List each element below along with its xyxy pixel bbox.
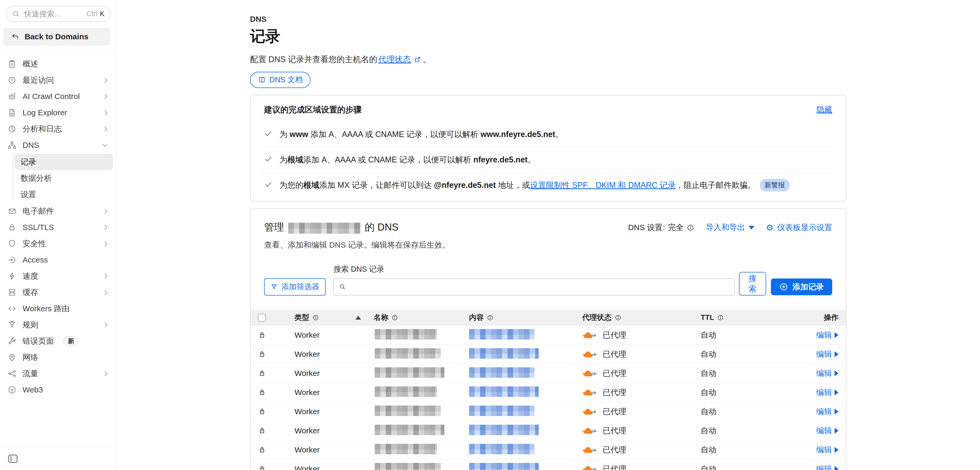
document-icon bbox=[7, 108, 17, 118]
chevron-right-icon bbox=[102, 127, 107, 131]
sidebar-item-dns-analytics[interactable]: 数据分析 bbox=[15, 170, 113, 186]
proxy-status-link[interactable]: 代理状态 bbox=[379, 54, 411, 65]
back-to-domains-button[interactable]: Back to Domains bbox=[3, 28, 110, 46]
main-area: DNS 记录 配置 DNS 记录并查看您的主机名的代理状态。 DNS 文档 建议… bbox=[116, 0, 980, 470]
sidebar-item-cache[interactable]: 缓存 bbox=[3, 284, 113, 300]
info-icon[interactable] bbox=[717, 314, 724, 321]
chevron-down-icon bbox=[749, 226, 754, 230]
checklist-title: 建议的完成区域设置的步骤 bbox=[264, 104, 362, 115]
edit-record-button[interactable]: 编辑 bbox=[816, 464, 838, 470]
add-filter-button[interactable]: 添加筛选器 bbox=[264, 278, 326, 295]
lock-icon bbox=[258, 407, 287, 416]
code-brackets-icon bbox=[7, 304, 17, 313]
column-header-content[interactable]: 内容 bbox=[468, 313, 582, 322]
record-ttl: 自动 bbox=[701, 330, 800, 341]
lock-icon bbox=[258, 331, 287, 339]
info-icon[interactable] bbox=[487, 314, 493, 321]
sidebar-footer bbox=[0, 447, 116, 470]
sidebar-item-overview[interactable]: 概述 bbox=[3, 56, 113, 72]
setup-checklist-card: 建议的完成区域设置的步骤 隐藏 为 www 添加 A、AAAA 或 CNAME … bbox=[250, 95, 846, 202]
sidebar-item-access[interactable]: Access bbox=[3, 252, 113, 268]
sidebar-item-rules[interactable]: 规则 bbox=[3, 317, 113, 333]
quick-search-input[interactable] bbox=[24, 10, 82, 18]
column-header-name[interactable]: 名称 bbox=[355, 313, 468, 322]
dns-search-input[interactable] bbox=[350, 283, 729, 291]
redacted-record-name bbox=[375, 329, 437, 340]
sidebar-item-speed[interactable]: 速度 bbox=[3, 268, 113, 284]
redacted-record-content bbox=[469, 367, 535, 378]
quick-search[interactable]: Ctrl K bbox=[6, 6, 111, 22]
hide-checklist-link[interactable]: 隐藏 bbox=[816, 104, 832, 115]
checkmark-icon bbox=[264, 155, 272, 163]
import-export-menu[interactable]: 导入和导出 bbox=[706, 222, 754, 233]
column-header-ttl[interactable]: TTL bbox=[701, 313, 800, 322]
back-to-domains-label: Back to Domains bbox=[25, 32, 88, 41]
table-row: Worker已代理自动编辑 bbox=[250, 459, 846, 470]
sidebar-item-recent[interactable]: 最近访问 bbox=[3, 72, 113, 88]
search-button[interactable]: 搜索 bbox=[739, 272, 766, 295]
sidebar-item-network[interactable]: 网络 bbox=[3, 349, 113, 365]
record-type: Worker bbox=[287, 465, 355, 470]
sidebar-item-web3[interactable]: Web3 bbox=[3, 382, 113, 398]
column-header-type[interactable]: 类型 bbox=[287, 313, 355, 322]
chevron-right-icon bbox=[102, 322, 107, 327]
info-icon[interactable] bbox=[391, 314, 398, 321]
dmarc-setup-link[interactable]: 设置限制性 SPF、DKIM 和 DMARC 记录 bbox=[530, 181, 676, 189]
sidebar-menu: 概述最近访问AI Crawl ControlLog Explorer分析和日志D… bbox=[0, 52, 116, 447]
lock-icon bbox=[258, 465, 287, 470]
redacted-record-content bbox=[469, 386, 539, 397]
info-icon[interactable] bbox=[687, 224, 694, 231]
sidebar-item-dns[interactable]: DNS bbox=[3, 137, 113, 153]
info-icon[interactable] bbox=[615, 314, 621, 321]
sidebar-item-error-pages[interactable]: 错误页面新 bbox=[3, 333, 113, 349]
sidebar-item-label: AI Crawl Control bbox=[22, 92, 80, 101]
chevron-right-icon bbox=[102, 274, 107, 278]
sidebar-item-label: Log Explorer bbox=[22, 108, 67, 117]
checklist-step: 为您的根域添加 MX 记录，让邮件可以到达 @nfeyre.de5.net 地址… bbox=[261, 172, 835, 199]
add-record-button[interactable]: 添加记录 bbox=[771, 278, 832, 295]
redacted-record-content bbox=[469, 348, 539, 359]
sidebar-item-dns-settings[interactable]: 设置 bbox=[15, 186, 113, 203]
edit-record-button[interactable]: 编辑 bbox=[816, 426, 838, 436]
sidebar-item-label: 概述 bbox=[22, 59, 38, 70]
manage-dns-title: 管理 的 DNS bbox=[264, 221, 450, 234]
table-row: Worker已代理自动编辑 bbox=[250, 440, 846, 459]
sidebar-item-traffic[interactable]: 流量 bbox=[3, 365, 113, 382]
edit-record-button[interactable]: 编辑 bbox=[816, 445, 838, 455]
proxy-status-label: 已代理 bbox=[603, 387, 626, 398]
edit-record-button[interactable]: 编辑 bbox=[816, 368, 838, 379]
checklist-step: 为根域添加 A、AAAA 或 CNAME 记录，以便可以解析 nfeyre.de… bbox=[261, 147, 835, 172]
sidebar-item-email[interactable]: 电子邮件 bbox=[3, 203, 113, 219]
sidebar-item-analytics-logs[interactable]: 分析和日志 bbox=[3, 121, 113, 137]
select-all-checkbox[interactable] bbox=[258, 314, 266, 322]
record-type: Worker bbox=[287, 407, 355, 416]
dns-docs-button[interactable]: DNS 文档 bbox=[250, 72, 310, 88]
gear-icon: ⚙ bbox=[766, 224, 773, 232]
redacted-domain-name bbox=[288, 223, 361, 234]
sidebar-item-log-explorer[interactable]: Log Explorer bbox=[3, 105, 113, 121]
sidebar-item-ai-crawl-control[interactable]: AI Crawl Control bbox=[3, 88, 113, 105]
dashboard-display-settings-link[interactable]: ⚙ 仪表板显示设置 bbox=[766, 222, 832, 233]
redacted-record-name bbox=[375, 348, 441, 359]
sidebar-item-workers-routes[interactable]: Workers 路由 bbox=[3, 300, 113, 317]
record-type: Worker bbox=[287, 426, 355, 435]
collapse-sidebar-button[interactable] bbox=[6, 453, 19, 465]
sidebar-item-ssl-tls[interactable]: SSL/TLS bbox=[3, 219, 113, 235]
edit-record-button[interactable]: 编辑 bbox=[816, 330, 838, 341]
padlock-icon bbox=[7, 223, 17, 232]
sidebar-item-label: 缓存 bbox=[22, 287, 38, 298]
column-header-proxy-status[interactable]: 代理状态 bbox=[582, 313, 701, 322]
sidebar-item-dns-records[interactable]: 记录 bbox=[15, 154, 113, 170]
caret-right-icon bbox=[835, 389, 838, 395]
proxied-cloud-icon bbox=[582, 368, 598, 378]
info-icon[interactable] bbox=[312, 314, 319, 321]
edit-record-button[interactable]: 编辑 bbox=[816, 406, 838, 417]
sidebar-item-label: Web3 bbox=[22, 385, 43, 394]
caret-right-icon bbox=[835, 409, 838, 414]
proxy-status-label: 已代理 bbox=[603, 445, 626, 455]
edit-record-button[interactable]: 编辑 bbox=[816, 387, 838, 398]
edit-record-button[interactable]: 编辑 bbox=[816, 349, 838, 360]
sidebar-item-security[interactable]: 安全性 bbox=[3, 235, 113, 252]
record-ttl: 自动 bbox=[701, 464, 800, 470]
server-stack-icon bbox=[7, 287, 17, 297]
